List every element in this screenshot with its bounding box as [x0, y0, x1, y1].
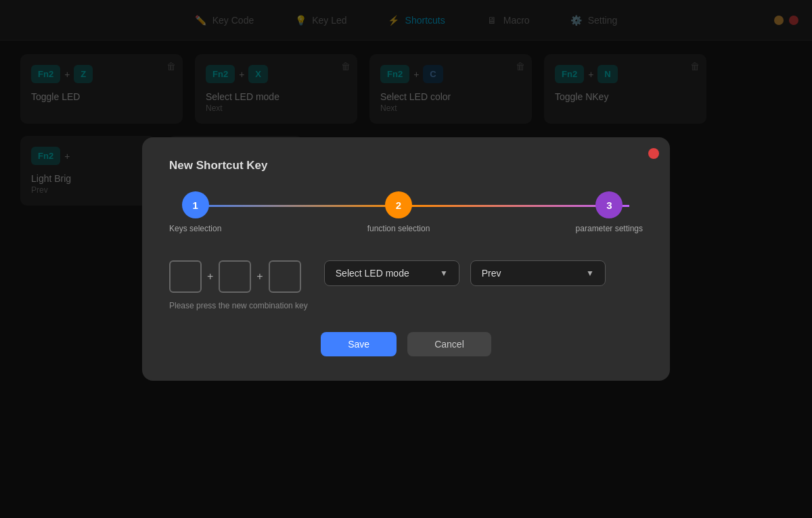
key-box-1[interactable]	[169, 260, 202, 293]
modal-overlay: New Shortcut Key 1 Keys selection 2 func…	[0, 0, 812, 518]
key-plus-2: +	[256, 270, 263, 283]
new-shortcut-modal: New Shortcut Key 1 Keys selection 2 func…	[142, 137, 670, 381]
save-button[interactable]: Save	[321, 332, 397, 356]
step-label-1: Keys selection	[169, 224, 221, 233]
step-3: 3 parameter settings	[576, 191, 643, 233]
step-label-2: function selection	[367, 224, 430, 233]
key-plus-1: +	[207, 270, 213, 283]
cancel-button[interactable]: Cancel	[407, 332, 491, 356]
step-circle-2: 2	[385, 191, 412, 218]
param-arrow: ▼	[586, 268, 594, 278]
key-input-area: + + Please press the new combination key	[169, 260, 308, 310]
modal-buttons: Save Cancel	[169, 332, 643, 356]
led-mode-select[interactable]: Select LED mode ▼	[324, 260, 459, 286]
modal-content-row: + + Please press the new combination key…	[169, 260, 643, 310]
step-1: 1 Keys selection	[169, 191, 221, 233]
step-2: 2 function selection	[367, 191, 430, 233]
stepper-container: 1 Keys selection 2 function selection 3 …	[169, 191, 643, 260]
modal-title: New Shortcut Key	[169, 159, 643, 172]
key-box-3[interactable]	[269, 260, 301, 293]
key-box-2[interactable]	[219, 260, 251, 293]
stepper-steps: 1 Keys selection 2 function selection 3 …	[169, 191, 643, 233]
led-mode-arrow: ▼	[440, 268, 448, 278]
key-boxes: + +	[169, 260, 308, 293]
step-circle-1: 1	[182, 191, 209, 218]
step-circle-3: 3	[595, 191, 623, 218]
param-value: Prev	[482, 268, 501, 279]
param-select[interactable]: Prev ▼	[470, 260, 606, 286]
led-mode-value: Select LED mode	[336, 268, 409, 279]
dropdown-group: Select LED mode ▼ Prev ▼	[324, 260, 643, 286]
modal-close-button[interactable]	[648, 148, 659, 159]
step-label-3: parameter settings	[576, 224, 643, 233]
key-hint: Please press the new combination key	[169, 301, 308, 310]
